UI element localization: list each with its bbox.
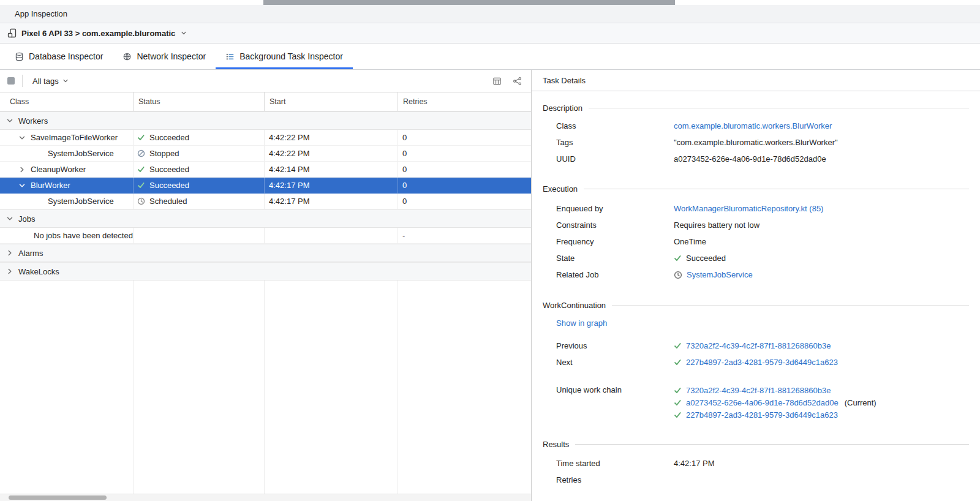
chevron-down-icon bbox=[62, 78, 69, 84]
horizontal-scrollbar[interactable] bbox=[0, 494, 531, 501]
detail-row-unique-work-chain: Unique work chain 7320a2f2-4c39-4c2f-87f… bbox=[556, 384, 980, 421]
group-row-jobs[interactable]: Jobs bbox=[0, 209, 531, 228]
cell-retries: 0 bbox=[402, 165, 407, 174]
cell-status: Succeeded bbox=[149, 133, 189, 142]
cell-retries: 0 bbox=[402, 197, 407, 206]
column-header-retries: Retries bbox=[398, 92, 531, 111]
succeeded-check-icon bbox=[674, 411, 682, 419]
table-view-button[interactable] bbox=[491, 75, 503, 88]
detail-row-state: State Succeeded bbox=[556, 250, 969, 266]
task-details-panel: Task Details Description Class com.examp… bbox=[532, 70, 980, 501]
detail-row-class: Class com.example.bluromatic.workers.Blu… bbox=[556, 118, 969, 134]
tab-network-inspector[interactable]: Network Inspector bbox=[113, 43, 216, 69]
detail-row-retries-partial: Retries bbox=[556, 472, 969, 488]
section-description: Description bbox=[543, 104, 969, 113]
cell-status: Succeeded bbox=[149, 181, 189, 190]
related-job-link[interactable]: SystemJobService bbox=[687, 270, 753, 279]
device-phone-icon bbox=[7, 28, 17, 38]
group-row-workers[interactable]: Workers bbox=[0, 111, 531, 130]
chevron-down-icon[interactable] bbox=[18, 182, 26, 189]
cell-class: CleanupWorker bbox=[31, 165, 86, 174]
detail-label: State bbox=[556, 254, 674, 263]
group-row-alarms[interactable]: Alarms bbox=[0, 244, 531, 262]
table-row-saveimagetofileworker[interactable]: SaveImageToFileWorker Succeeded 4:42:22 … bbox=[0, 130, 531, 146]
work-chain-link[interactable]: 227b4897-2ad3-4281-9579-3d6449c1a623 bbox=[686, 410, 838, 420]
tag-filter-dropdown[interactable]: All tags bbox=[30, 75, 71, 87]
work-chain-link[interactable]: 7320a2f2-4c39-4c2f-87f1-881268860b3e bbox=[686, 386, 831, 395]
bulleted-list-icon bbox=[225, 52, 235, 61]
frequency-value: OneTime bbox=[674, 237, 706, 246]
section-title: Execution bbox=[543, 184, 578, 194]
task-details-title: Task Details bbox=[543, 76, 586, 85]
tab-label: Background Task Inspector bbox=[239, 51, 343, 61]
column-header-class: Class bbox=[0, 92, 134, 111]
database-icon bbox=[15, 52, 24, 61]
process-selector[interactable]: Pixel 6 API 33 > com.example.bluromatic bbox=[0, 23, 980, 43]
graph-view-button[interactable] bbox=[511, 75, 524, 88]
section-rule bbox=[584, 189, 969, 189]
previous-work-link[interactable]: 7320a2f2-4c39-4c2f-87f1-881268860b3e bbox=[686, 341, 831, 350]
table-row-blurworker-selected[interactable]: BlurWorker Succeeded 4:42:17 PM 0 bbox=[0, 178, 531, 194]
detail-label: Enqueued by bbox=[556, 204, 674, 213]
cell-start: 4:42:22 PM bbox=[269, 149, 310, 158]
stopped-circle-slash-icon bbox=[137, 149, 145, 157]
section-execution: Execution bbox=[543, 184, 969, 194]
chevron-right-icon bbox=[6, 268, 13, 275]
work-chain-list: 7320a2f2-4c39-4c2f-87f1-881268860b3e a02… bbox=[674, 384, 876, 421]
detail-row-time-started: Time started 4:42:17 PM bbox=[556, 455, 969, 472]
table-empty-area bbox=[0, 281, 531, 494]
table-header-row: Class Status Start Retries bbox=[0, 92, 531, 111]
cell-status: Scheduled bbox=[149, 197, 187, 206]
detail-row-frequency: Frequency OneTime bbox=[556, 233, 969, 250]
empty-jobs-message: No jobs have been detected bbox=[34, 231, 133, 240]
cell-class: BlurWorker bbox=[31, 181, 70, 190]
cell-retries: 0 bbox=[402, 133, 407, 142]
toolbar-separator bbox=[22, 75, 23, 87]
detail-row-related-job: Related Job SystemJobService bbox=[556, 266, 969, 283]
tool-window-header: App Inspection bbox=[0, 5, 980, 23]
cell-start: 4:42:22 PM bbox=[269, 133, 310, 142]
work-chain-link[interactable]: a0273452-626e-4a06-9d1e-78d6d52dad0e bbox=[686, 398, 839, 407]
show-in-graph-link[interactable]: Show in graph bbox=[556, 318, 607, 328]
tab-background-task-inspector[interactable]: Background Task Inspector bbox=[216, 43, 353, 69]
section-workcontinuation: WorkContinuation bbox=[543, 301, 969, 310]
work-chain-item: 7320a2f2-4c39-4c2f-87f1-881268860b3e bbox=[674, 384, 876, 396]
next-work-link[interactable]: 227b4897-2ad3-4281-9579-3d6449c1a623 bbox=[686, 358, 838, 367]
cell-status: Succeeded bbox=[149, 165, 189, 174]
chevron-down-icon bbox=[181, 30, 187, 36]
cell-retries: 0 bbox=[402, 149, 407, 158]
class-link[interactable]: com.example.bluromatic.workers.BlurWorke… bbox=[674, 121, 832, 130]
group-row-wakelocks[interactable]: WakeLocks bbox=[0, 262, 531, 281]
chevron-down-icon[interactable] bbox=[18, 134, 26, 141]
detail-label: Frequency bbox=[556, 237, 674, 246]
task-table-panel: All tags C bbox=[0, 70, 532, 501]
table-row-systemjobservice[interactable]: SystemJobService Scheduled 4:42:17 PM 0 bbox=[0, 194, 531, 209]
enqueued-by-link[interactable]: WorkManagerBluromaticRepository.kt (85) bbox=[674, 204, 823, 213]
group-label: WakeLocks bbox=[18, 267, 59, 276]
table-row-cleanupworker[interactable]: CleanupWorker Succeeded 4:42:14 PM 0 bbox=[0, 162, 531, 178]
table-row-systemjobservice[interactable]: SystemJobService Stopped 4:42:22 PM 0 bbox=[0, 146, 531, 162]
task-details-header: Task Details bbox=[532, 70, 980, 91]
succeeded-check-icon bbox=[137, 181, 145, 189]
group-label: Workers bbox=[18, 116, 48, 126]
scrollbar-thumb[interactable] bbox=[9, 495, 107, 500]
section-rule bbox=[575, 444, 969, 445]
detail-label: Next bbox=[556, 358, 674, 367]
top-edge-scrollbar bbox=[263, 0, 675, 5]
uuid-value: a0273452-626e-4a06-9d1e-78d6d52dad0e bbox=[674, 154, 826, 164]
succeeded-check-icon bbox=[674, 386, 682, 394]
detail-row-constraints: Constraints Requires battery not low bbox=[556, 217, 969, 233]
succeeded-check-icon bbox=[137, 134, 145, 141]
tab-database-inspector[interactable]: Database Inspector bbox=[5, 43, 113, 69]
section-title: Description bbox=[543, 104, 582, 113]
detail-label: Unique work chain bbox=[556, 384, 674, 396]
cell-class: SaveImageToFileWorker bbox=[31, 133, 118, 142]
scheduled-clock-icon bbox=[674, 271, 682, 279]
stop-inspector-button[interactable] bbox=[7, 77, 15, 85]
detail-label: Related Job bbox=[556, 270, 674, 279]
inspector-tab-bar: Database Inspector Network Inspector Bac… bbox=[0, 43, 980, 70]
chevron-right-icon[interactable] bbox=[18, 166, 26, 173]
cell-start: 4:42:17 PM bbox=[269, 197, 310, 206]
column-header-status: Status bbox=[134, 92, 265, 111]
section-rule bbox=[589, 108, 969, 108]
